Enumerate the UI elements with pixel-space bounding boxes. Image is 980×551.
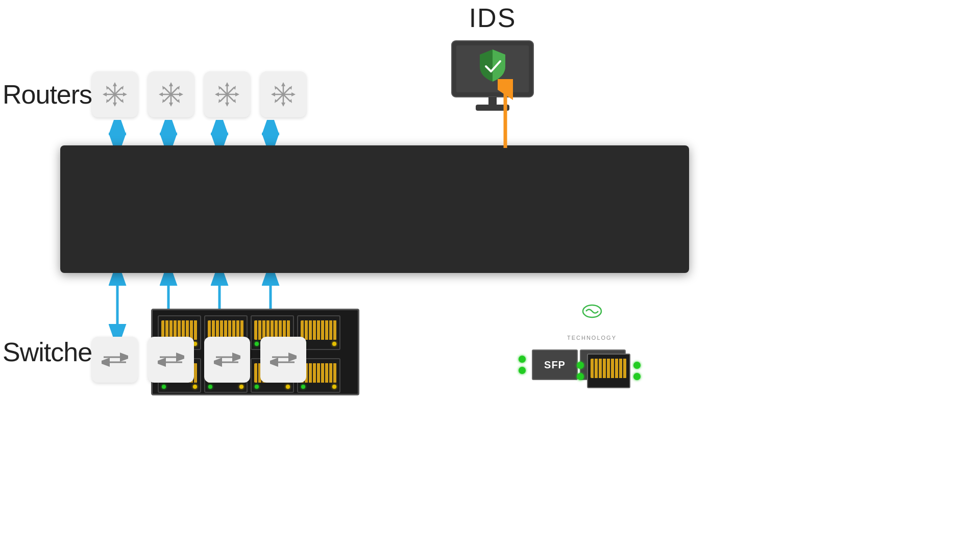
switch-svg-4 [270, 352, 297, 367]
svg-marker-5 [113, 103, 117, 107]
router-svg-3 [214, 81, 240, 108]
svg-marker-16 [169, 82, 173, 86]
garland-logo: GARLAND TECHNOLOGY [553, 304, 630, 341]
svg-marker-34 [218, 99, 221, 103]
svg-marker-4 [113, 82, 117, 86]
routers-label: Routers [3, 79, 92, 110]
svg-marker-23 [177, 99, 180, 103]
ids-arrow [498, 79, 513, 151]
ids-monitor [449, 38, 536, 112]
network-chassis: GARLAND TECHNOLOGY [60, 145, 689, 273]
svg-marker-22 [162, 99, 165, 103]
router-icon-4 [260, 71, 306, 117]
switches-label: Switches [3, 337, 105, 367]
svg-marker-10 [106, 99, 109, 103]
switch-icon-1 [92, 337, 138, 383]
led-yellow-6 [239, 385, 243, 389]
svg-marker-29 [225, 103, 229, 107]
led-right-1 [577, 362, 584, 369]
led-right-4 [633, 373, 641, 380]
switch-svg-3 [214, 352, 240, 367]
svg-marker-33 [233, 86, 236, 90]
svg-marker-46 [275, 99, 277, 103]
svg-marker-35 [233, 99, 236, 103]
led-sfp-left-1 [519, 356, 526, 363]
svg-marker-47 [289, 99, 292, 103]
switch-svg-1 [102, 352, 128, 367]
svg-marker-19 [179, 92, 183, 96]
svg-marker-7 [123, 92, 127, 96]
right-led-group-right [633, 362, 641, 380]
led-sfp-left-2 [519, 367, 526, 374]
router-svg-4 [270, 81, 297, 108]
svg-marker-40 [281, 82, 285, 86]
svg-marker-18 [159, 92, 163, 96]
svg-marker-9 [121, 86, 124, 90]
router-icon-1 [92, 71, 138, 117]
switch-icon-3 [204, 337, 250, 383]
switch-svg-2 [158, 352, 184, 367]
router-svg-1 [102, 81, 128, 108]
router-icon-3 [204, 71, 250, 117]
right-rj45 [587, 354, 630, 388]
led-yellow-4 [332, 342, 336, 346]
garland-name: GARLAND [553, 319, 630, 335]
led-yellow-5 [193, 385, 197, 389]
router-icon-2 [148, 71, 194, 117]
ids-label: IDS [469, 3, 517, 33]
garland-logo-icon [582, 304, 602, 319]
svg-marker-32 [218, 86, 221, 90]
svg-marker-31 [235, 92, 239, 96]
switch-icon-4 [260, 337, 306, 383]
svg-marker-45 [289, 86, 292, 90]
svg-marker-21 [177, 86, 180, 90]
svg-marker-42 [271, 92, 275, 96]
led-right-2 [577, 373, 584, 380]
right-led-group-left [577, 362, 584, 380]
garland-sub: TECHNOLOGY [567, 335, 617, 341]
svg-marker-28 [225, 82, 229, 86]
svg-marker-30 [215, 92, 219, 96]
ids-section: IDS [449, 3, 536, 112]
switch-icons-row [92, 337, 306, 383]
svg-marker-41 [281, 103, 285, 107]
svg-marker-11 [121, 99, 124, 103]
led-right-3 [633, 362, 641, 369]
main-container: Routers [0, 0, 980, 551]
led-yellow-7 [286, 385, 290, 389]
svg-marker-43 [291, 92, 296, 96]
switch-icon-2 [148, 337, 194, 383]
led-yellow-8 [332, 385, 336, 389]
arrows-top [94, 120, 324, 148]
svg-rect-79 [488, 97, 497, 105]
svg-marker-17 [169, 103, 173, 107]
svg-marker-20 [162, 86, 165, 90]
led-group-left [519, 356, 526, 374]
svg-marker-8 [106, 86, 109, 90]
svg-marker-44 [275, 86, 277, 90]
svg-marker-6 [103, 92, 107, 96]
router-icons-row [92, 71, 306, 117]
router-svg-2 [158, 81, 184, 108]
right-port-area [577, 354, 641, 388]
sfp-port-1: SFP [532, 349, 578, 380]
